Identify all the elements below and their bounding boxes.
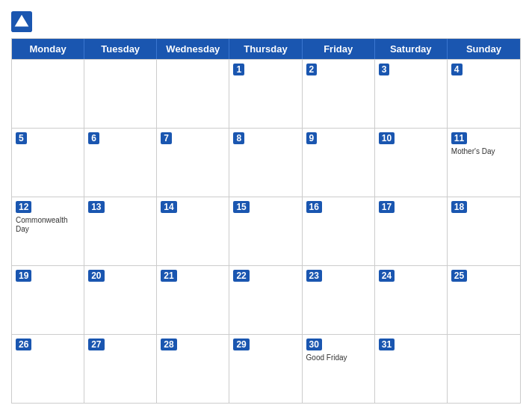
cal-cell: 21 <box>157 266 229 334</box>
calendar-header-row: MondayTuesdayWednesdayThursdayFridaySatu… <box>12 39 520 59</box>
day-number: 11 <box>451 132 467 144</box>
cal-cell: 10 <box>375 129 448 197</box>
day-number: 0 <box>88 64 99 75</box>
header-day-saturday: Saturday <box>375 39 448 59</box>
day-number: 27 <box>88 339 104 350</box>
day-number: 31 <box>379 339 395 350</box>
logo <box>11 11 35 32</box>
cal-cell: 2 <box>303 60 375 128</box>
holiday-label: Good Friday <box>306 353 371 362</box>
header <box>11 7 521 38</box>
calendar-body: 0001234567891011Mother's Day12Commonweal… <box>12 59 520 403</box>
cal-cell: 23 <box>303 266 375 334</box>
day-number: 18 <box>451 201 467 213</box>
cal-cell: 0 <box>448 335 520 403</box>
cal-cell: 25 <box>448 266 520 334</box>
cal-cell: 20 <box>84 266 157 334</box>
header-day-friday: Friday <box>303 39 375 59</box>
day-number: 2 <box>306 64 318 75</box>
cal-cell: 3 <box>375 60 448 128</box>
week-row-5: 2627282930Good Friday310 <box>12 334 520 403</box>
header-day-wednesday: Wednesday <box>157 39 229 59</box>
cal-cell: 24 <box>375 266 448 334</box>
day-number: 0 <box>161 64 172 75</box>
day-number: 15 <box>233 201 249 213</box>
cal-cell: 12Commonwealth Day <box>12 197 84 265</box>
calendar-page: MondayTuesdayWednesdayThursdayFridaySatu… <box>0 0 532 411</box>
cal-cell: 13 <box>84 197 157 265</box>
day-number: 10 <box>379 132 395 144</box>
cal-cell: 30Good Friday <box>303 335 375 403</box>
cal-cell: 28 <box>157 335 229 403</box>
header-day-monday: Monday <box>12 39 84 59</box>
cal-cell: 0 <box>12 60 84 128</box>
week-row-4: 19202122232425 <box>12 265 520 334</box>
week-row-2: 567891011Mother's Day <box>12 128 520 197</box>
day-number: 30 <box>306 339 322 350</box>
cal-cell: 6 <box>84 129 157 197</box>
day-number: 12 <box>16 201 31 213</box>
holiday-label: Mother's Day <box>451 147 516 156</box>
header-day-thursday: Thursday <box>229 39 302 59</box>
cal-cell: 0 <box>157 60 229 128</box>
day-number: 13 <box>88 201 104 213</box>
day-number: 25 <box>451 270 467 282</box>
day-number: 8 <box>233 132 244 144</box>
cal-cell: 9 <box>303 129 375 197</box>
day-number: 19 <box>16 270 31 282</box>
day-number: 1 <box>233 64 244 75</box>
day-number: 6 <box>88 132 99 144</box>
cal-cell: 18 <box>448 197 520 265</box>
day-number: 26 <box>16 339 31 350</box>
day-number: 23 <box>306 270 322 282</box>
cal-cell: 11Mother's Day <box>448 129 520 197</box>
cal-cell: 15 <box>229 197 302 265</box>
day-number: 14 <box>161 201 176 213</box>
cal-cell: 4 <box>448 60 520 128</box>
day-number: 22 <box>233 270 249 282</box>
cal-cell: 8 <box>229 129 302 197</box>
cal-cell: 5 <box>12 129 84 197</box>
day-number: 16 <box>306 201 322 213</box>
day-number: 24 <box>379 270 395 282</box>
day-number: 0 <box>16 64 27 75</box>
day-number: 7 <box>161 132 172 144</box>
cal-cell: 27 <box>84 335 157 403</box>
cal-cell: 16 <box>303 197 375 265</box>
day-number: 20 <box>88 270 104 282</box>
generalblue-logo-icon <box>11 11 32 32</box>
holiday-label: Commonwealth Day <box>16 216 80 234</box>
cal-cell: 0 <box>84 60 157 128</box>
cal-cell: 14 <box>157 197 229 265</box>
cal-cell: 22 <box>229 266 302 334</box>
day-number: 29 <box>233 339 249 350</box>
day-number: 21 <box>161 270 176 282</box>
cal-cell: 26 <box>12 335 84 403</box>
cal-cell: 7 <box>157 129 229 197</box>
day-number: 5 <box>16 132 27 144</box>
day-number: 9 <box>306 132 318 144</box>
week-row-3: 12Commonwealth Day131415161718 <box>12 197 520 265</box>
cal-cell: 31 <box>375 335 448 403</box>
day-number: 28 <box>161 339 176 350</box>
day-number: 17 <box>379 201 395 213</box>
calendar-grid: MondayTuesdayWednesdayThursdayFridaySatu… <box>11 38 521 404</box>
day-number: 0 <box>451 339 463 350</box>
cal-cell: 19 <box>12 266 84 334</box>
cal-cell: 1 <box>229 60 302 128</box>
cal-cell: 29 <box>229 335 302 403</box>
cal-cell: 17 <box>375 197 448 265</box>
header-day-sunday: Sunday <box>448 39 520 59</box>
day-number: 4 <box>451 64 463 75</box>
day-number: 3 <box>379 64 390 75</box>
header-day-tuesday: Tuesday <box>84 39 157 59</box>
week-row-1: 0001234 <box>12 59 520 128</box>
